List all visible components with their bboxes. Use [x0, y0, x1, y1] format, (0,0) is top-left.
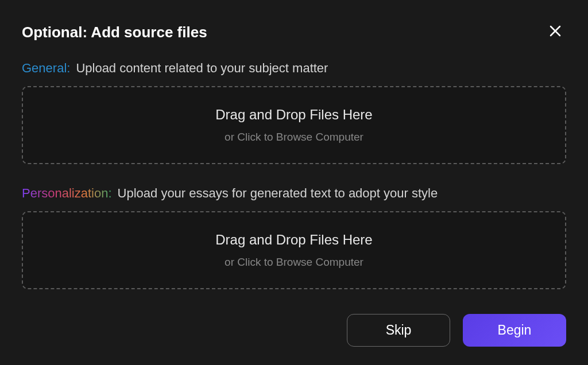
personalization-prefix: Personalization:: [22, 186, 112, 201]
begin-button[interactable]: Begin: [463, 314, 566, 347]
personalization-dropzone[interactable]: Drag and Drop Files Here or Click to Bro…: [22, 211, 566, 289]
close-button[interactable]: [544, 22, 566, 42]
modal-footer: Skip Begin: [347, 314, 566, 347]
personalization-dropzone-primary: Drag and Drop Files Here: [34, 232, 554, 248]
general-dropzone-secondary: or Click to Browse Computer: [34, 131, 554, 143]
personalization-section: Personalization: Upload your essays for …: [22, 186, 566, 289]
personalization-description: Upload your essays for generated text to…: [118, 186, 438, 201]
modal-title: Optional: Add source files: [22, 24, 207, 41]
general-section: General: Upload content related to your …: [22, 61, 566, 164]
general-description: Upload content related to your subject m…: [76, 61, 328, 76]
general-prefix: General:: [22, 61, 70, 76]
modal-header: Optional: Add source files: [22, 22, 566, 42]
skip-button[interactable]: Skip: [347, 314, 450, 347]
personalization-dropzone-secondary: or Click to Browse Computer: [34, 256, 554, 269]
general-dropzone[interactable]: Drag and Drop Files Here or Click to Bro…: [22, 86, 566, 164]
personalization-label: Personalization: Upload your essays for …: [22, 186, 566, 201]
general-dropzone-primary: Drag and Drop Files Here: [34, 107, 554, 123]
close-icon: [549, 23, 562, 41]
general-label: General: Upload content related to your …: [22, 61, 566, 76]
